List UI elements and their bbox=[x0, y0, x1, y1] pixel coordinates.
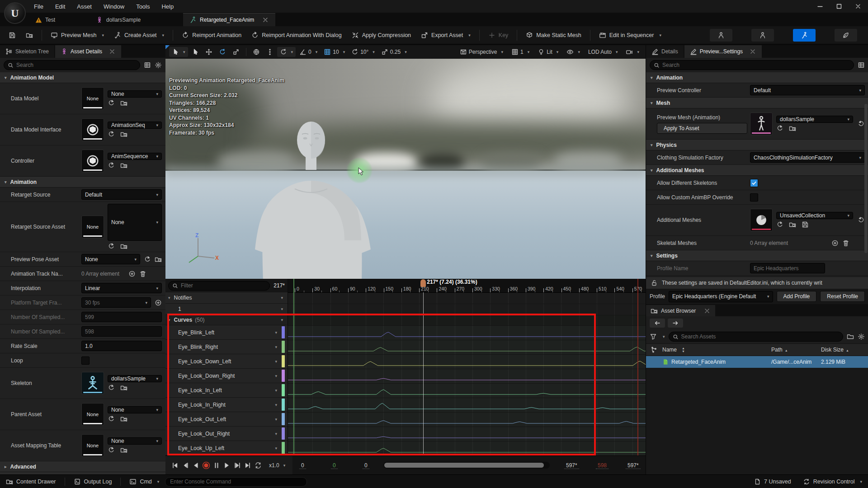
curve-track-eye_look_down_right[interactable]: Eye_Look_Down_Right▾ bbox=[165, 369, 288, 383]
section-header-advanced[interactable]: ▸Advanced bbox=[0, 461, 165, 472]
menu-tools[interactable]: Tools bbox=[130, 3, 156, 10]
make-static-mesh-button[interactable]: Make Static Mesh bbox=[522, 29, 585, 41]
range-end-marker[interactable] bbox=[637, 279, 638, 455]
trash-icon[interactable] bbox=[139, 270, 146, 277]
forward-button[interactable] bbox=[668, 319, 683, 328]
hierarchy-icon[interactable] bbox=[651, 346, 658, 353]
dropdown-parent-asset[interactable]: None▾ bbox=[108, 406, 162, 413]
dropdown-asset-mapping-table[interactable]: None▾ bbox=[108, 437, 162, 445]
dropdown-clothing-simulation-factory[interactable]: ChaosClothingSimulationFactory▾ bbox=[750, 152, 865, 163]
column-view-icon[interactable] bbox=[858, 61, 865, 69]
browse-icon[interactable] bbox=[155, 256, 162, 263]
menu-help[interactable]: Help bbox=[156, 3, 179, 10]
checkbox-allow-custom-animbp-override[interactable] bbox=[750, 193, 758, 202]
close-panel-icon[interactable] bbox=[749, 48, 756, 55]
checkbox-loop[interactable] bbox=[81, 357, 90, 365]
track-curves-header[interactable]: ▾Curves (50)▾ bbox=[165, 315, 288, 325]
coord-system-button[interactable] bbox=[250, 47, 263, 57]
curve-lane-eye_look_down_left[interactable] bbox=[288, 355, 646, 369]
browse-to-icon[interactable] bbox=[120, 162, 127, 169]
browse-to-icon[interactable] bbox=[120, 384, 127, 391]
mode-skeleton-button[interactable] bbox=[710, 29, 732, 42]
maximize-icon[interactable] bbox=[835, 3, 843, 10]
curve-lanes[interactable] bbox=[288, 326, 646, 455]
preview-mesh-button[interactable]: Preview Mesh▾ bbox=[47, 29, 108, 41]
asset-thumbnail[interactable]: None bbox=[81, 403, 104, 426]
column-path[interactable]: Path▲ bbox=[771, 347, 821, 353]
dropdown-interpolation[interactable]: Linear▾ bbox=[81, 283, 162, 293]
column-view-icon[interactable] bbox=[144, 61, 151, 69]
notify-child-lane[interactable] bbox=[288, 304, 646, 315]
playback-speed-dropdown[interactable]: x1.0▾ bbox=[266, 461, 288, 470]
section-header-animation[interactable]: ▾Animation bbox=[0, 177, 165, 188]
timeline-scrollbar[interactable] bbox=[383, 462, 550, 469]
reimport-with-dialog-button[interactable]: Reimport Animation With Dialog bbox=[247, 29, 345, 41]
use-selected-icon[interactable] bbox=[108, 131, 115, 138]
playhead-line[interactable] bbox=[423, 292, 424, 455]
browse-to-icon[interactable] bbox=[120, 415, 127, 422]
close-panel-icon[interactable] bbox=[108, 48, 116, 55]
dropdown-data-model-interface[interactable]: AnimationSeq▾ bbox=[108, 122, 162, 129]
browse-to-icon[interactable] bbox=[120, 243, 127, 250]
plus-icon[interactable] bbox=[128, 270, 136, 277]
dropdown-platform-target-fra-[interactable]: 30 fps▾ bbox=[81, 297, 151, 308]
preview-settings-search-input[interactable]: Search bbox=[650, 60, 854, 70]
text-field-rate-scale[interactable]: 1.0 bbox=[81, 341, 162, 351]
angle-snap[interactable]: 0▾ bbox=[297, 47, 320, 57]
asset-details-search-input[interactable]: Search bbox=[4, 60, 140, 70]
select-tool[interactable] bbox=[189, 47, 202, 57]
camera-dropdown[interactable]: ▾ bbox=[623, 47, 642, 57]
use-selected-icon[interactable] bbox=[108, 162, 115, 169]
curve-lane-eye_look_out_right[interactable] bbox=[288, 427, 646, 441]
output-log-button[interactable]: Output Log bbox=[68, 475, 118, 488]
range-end-field[interactable]: 597* bbox=[626, 462, 641, 469]
mode-physics-button[interactable] bbox=[835, 29, 857, 42]
tab-details[interactable]: Details bbox=[646, 45, 684, 58]
save-collection-icon[interactable] bbox=[802, 221, 809, 228]
viewport-scene[interactable]: Previewing Animation Retargeted_FaceAnim… bbox=[165, 59, 646, 279]
dropdown-additional-meshes[interactable]: UnsavedCollection▾ bbox=[776, 212, 853, 219]
curve-track-eye_look_in_left[interactable]: Eye_Look_In_Left▾ bbox=[165, 383, 288, 398]
curve-track-eye_look_down_left[interactable]: Eye_Look_Down_Left▾ bbox=[165, 354, 288, 369]
content-drawer-button[interactable]: Content Drawer bbox=[0, 475, 62, 488]
tab-skeleton-tree[interactable]: Skeleton Tree bbox=[0, 45, 54, 58]
select-mode-dropdown[interactable]: ▾ bbox=[169, 47, 188, 57]
section-header-animation[interactable]: ▾Animation bbox=[646, 72, 868, 83]
dropdown-data-model[interactable]: None▾ bbox=[108, 90, 162, 98]
settings-gear-icon[interactable] bbox=[858, 333, 865, 340]
use-selected-icon[interactable] bbox=[108, 446, 115, 454]
perspective-dropdown[interactable]: Perspective▾ bbox=[457, 47, 506, 57]
scale-tool[interactable] bbox=[230, 47, 242, 57]
close-tab-icon[interactable] bbox=[262, 16, 269, 23]
curve-track-eye_look_out_right[interactable]: Eye_Look_Out_Right▾ bbox=[165, 427, 288, 441]
unsaved-assets-button[interactable]: 7 Unsaved bbox=[748, 478, 797, 485]
use-selected-icon[interactable] bbox=[776, 125, 783, 132]
curve-track-eye_look_up_left[interactable]: Eye_Look_Up_Left▾ bbox=[165, 441, 288, 455]
curve-track-eye_blink_left[interactable]: Eye_Blink_Left▾ bbox=[165, 325, 288, 340]
tab-test[interactable]: Test bbox=[29, 14, 61, 26]
asset-thumbnail[interactable]: None bbox=[81, 434, 104, 457]
asset-thumbnail[interactable] bbox=[81, 150, 104, 172]
apply-to-asset-button[interactable]: Apply To Asset bbox=[657, 123, 747, 134]
current-frame-readout[interactable]: 217* bbox=[274, 282, 285, 289]
add-profile-button[interactable]: Add Profile bbox=[777, 291, 817, 302]
go-to-start-button[interactable] bbox=[170, 460, 179, 470]
tab-dollarssample[interactable]: dollarsSample bbox=[90, 14, 147, 26]
menu-file[interactable]: File bbox=[28, 3, 49, 10]
use-icon[interactable] bbox=[144, 256, 151, 263]
text-field-profile-name[interactable]: Epic Headquarters bbox=[750, 263, 825, 273]
reimport-animation-button[interactable]: Reimport Animation bbox=[178, 29, 245, 41]
use-selected-icon[interactable] bbox=[108, 415, 115, 422]
browse-to-icon[interactable] bbox=[120, 99, 127, 107]
curve-track-eye_look_in_right[interactable]: Eye_Look_In_Right▾ bbox=[165, 398, 288, 412]
notifies-lane[interactable] bbox=[288, 293, 646, 304]
apply-compression-button[interactable]: Apply Compression bbox=[348, 29, 415, 41]
asset-thumbnail[interactable] bbox=[81, 118, 104, 141]
close-panel-icon[interactable] bbox=[703, 307, 711, 314]
curve-track-eye_blink_right[interactable]: Eye_Blink_Right▾ bbox=[165, 340, 288, 354]
reset-to-default-icon[interactable] bbox=[858, 120, 865, 127]
asset-row-retargeted-faceanim[interactable]: Retargeted_FaceAnim /Game/...ceAnim 2.12… bbox=[646, 356, 868, 368]
section-header-mesh[interactable]: ▾Mesh bbox=[646, 98, 868, 108]
section-header-additional-meshes[interactable]: ▾Additional Meshes bbox=[646, 165, 868, 176]
dropdown-retarget-source[interactable]: Default▾ bbox=[81, 189, 162, 200]
